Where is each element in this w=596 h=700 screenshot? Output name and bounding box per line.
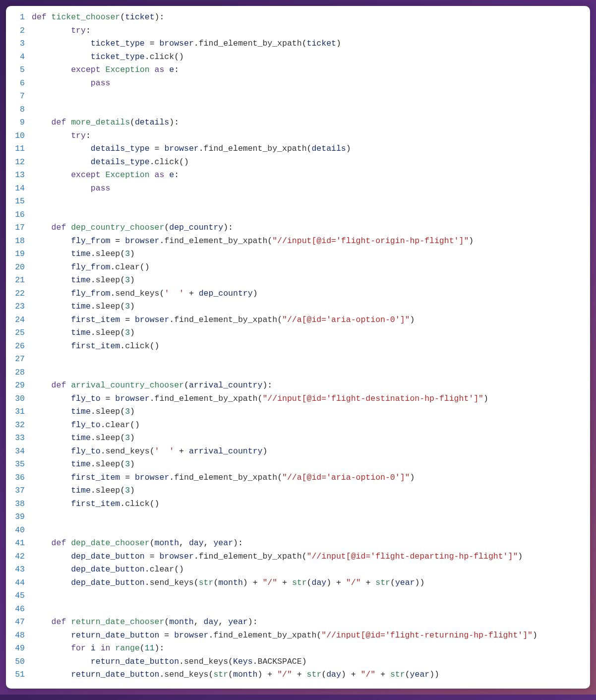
token-punc: ( (140, 643, 145, 653)
line-number: 1 (6, 11, 32, 24)
code-line: 47 def return_date_chooser(month, day, y… (6, 616, 590, 629)
line-number: 25 (6, 326, 32, 340)
token-punc: = (159, 631, 174, 640)
code-content: time.sleep(3) (32, 432, 590, 445)
token-punc: ( (277, 315, 282, 324)
code-line: 9 def more_details(details): (6, 116, 590, 129)
token-attr: click (150, 52, 175, 62)
token-punc: () (130, 420, 140, 430)
token-num: 11 (145, 643, 155, 653)
token-punc: () (150, 499, 160, 509)
token-fn: str (375, 578, 390, 587)
token-fn: str (292, 578, 307, 587)
line-number: 20 (6, 261, 32, 274)
token-var: time (71, 275, 91, 285)
line-number: 41 (6, 537, 32, 550)
line-number: 34 (6, 445, 32, 458)
code-content (32, 195, 590, 208)
code-content: def dep_date_chooser(month, day, year): (32, 537, 590, 550)
code-content: def arrival_country_chooser(arrival_coun… (32, 379, 590, 392)
code-content: pass (32, 77, 590, 90)
code-line: 49 for i in range(11): (6, 642, 590, 655)
line-number: 7 (6, 90, 32, 103)
line-number: 5 (6, 64, 32, 77)
code-content (32, 90, 590, 103)
token-var: details_type (91, 144, 150, 153)
code-line: 6 pass (6, 77, 590, 90)
line-number: 27 (6, 353, 32, 366)
token-var: ticket (307, 39, 336, 48)
token-punc: ( (120, 275, 125, 285)
token-punc: . (199, 144, 204, 153)
token-attr: clear (106, 420, 130, 430)
token-var: time (71, 433, 91, 443)
token-punc: ) (346, 144, 351, 153)
code-card: 1def ticket_chooser(ticket):2 try:3 tick… (6, 6, 590, 689)
code-content: details_type.click() (32, 156, 590, 169)
token-var: fly_to (71, 394, 100, 403)
token-var: ticket (125, 12, 154, 22)
token-attr: sleep (96, 249, 120, 258)
token-punc: . (120, 341, 125, 351)
line-number: 18 (6, 235, 32, 248)
code-content: time.sleep(3) (32, 458, 590, 471)
token-attr: clear (115, 262, 140, 272)
token-attr: find_element_by_xpath (204, 144, 307, 153)
token-punc: ): (233, 538, 243, 548)
line-number: 49 (6, 642, 32, 655)
token-attr: find_element_by_xpath (164, 236, 267, 246)
token-str: "//a[@id='aria-option-0']" (282, 315, 410, 324)
token-punc: . (91, 486, 96, 495)
token-punc: ( (307, 578, 312, 587)
token-var: month (218, 578, 243, 587)
token-attr: send_keys (150, 578, 194, 587)
token-var: dep_date_button (71, 565, 145, 574)
token-punc: . (91, 459, 96, 469)
token-punc: ( (321, 670, 326, 679)
line-number: 19 (6, 248, 32, 261)
line-number: 2 (6, 24, 32, 38)
token-punc: () (150, 341, 160, 351)
line-number: 13 (6, 169, 32, 182)
code-line: 24 first_item = browser.find_element_by_… (6, 314, 590, 327)
token-punc: ( (159, 289, 164, 298)
token-punc: ( (164, 223, 169, 232)
token-var: time (71, 328, 91, 337)
token-var: day (326, 670, 341, 679)
token-var: browser (115, 394, 149, 403)
code-content: def more_details(details): (32, 116, 590, 129)
token-str: "//input[@id='flight-destination-hp-flig… (262, 394, 483, 403)
line-number: 51 (6, 668, 32, 682)
token-punc: + (184, 289, 199, 298)
token-punc: = (120, 473, 135, 482)
token-str: ' ' (164, 289, 184, 298)
line-number: 29 (6, 379, 32, 392)
line-number: 43 (6, 563, 32, 576)
token-punc: : (86, 26, 91, 35)
token-punc: . (110, 289, 115, 298)
token-punc: . (145, 565, 150, 574)
code-content: first_item = browser.find_element_by_xpa… (32, 314, 590, 327)
code-block: 1def ticket_chooser(ticket):2 try:3 tick… (6, 11, 590, 682)
token-var: dep_date_button (71, 578, 145, 587)
token-attr: find_element_by_xpath (174, 315, 277, 324)
code-line: 12 details_type.click() (6, 156, 590, 169)
token-kw: def (32, 12, 52, 22)
code-line: 16 (6, 208, 590, 222)
code-content: except Exception as e: (32, 169, 590, 182)
code-line: 15 (6, 195, 590, 208)
token-kw: except (71, 65, 105, 74)
token-var: year (228, 617, 248, 627)
code-content: first_item = browser.find_element_by_xpa… (32, 471, 590, 485)
token-var: dep_country (169, 223, 223, 232)
code-content: dep_date_button = browser.find_element_b… (32, 550, 590, 564)
token-var: return_date_button (91, 657, 179, 666)
token-var: browser (135, 473, 169, 482)
token-punc: ) (130, 275, 135, 285)
token-punc: + (292, 670, 307, 679)
code-content: return_date_button = browser.find_elemen… (32, 629, 590, 642)
token-punc: ) (262, 446, 267, 456)
token-punc: , (218, 617, 228, 627)
code-content: for i in range(11): (32, 642, 590, 655)
line-number: 8 (6, 103, 32, 117)
